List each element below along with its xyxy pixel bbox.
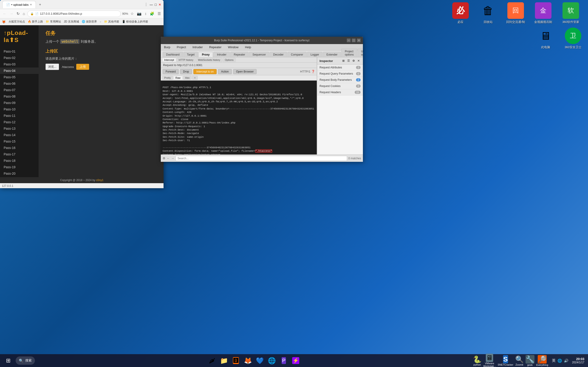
bookmark-security[interactable]: 🌐 攻防世界 bbox=[82, 20, 97, 24]
sidebar-pass11[interactable]: Pass-11 bbox=[0, 112, 39, 119]
forward-btn[interactable]: → bbox=[9, 11, 14, 16]
sync-btn[interactable]: ↕ bbox=[144, 11, 147, 16]
tab-comparer[interactable]: Comparer bbox=[288, 52, 307, 57]
upload-submit-btn[interactable]: 上传 bbox=[76, 64, 89, 70]
cookies-header[interactable]: Request Cookies 0 bbox=[317, 83, 363, 89]
sidebar-pass02[interactable]: Pass-02 bbox=[0, 55, 39, 61]
home-btn[interactable]: ⌂ bbox=[22, 11, 26, 16]
bookmark-new[interactable]: 🔥 新手上路 bbox=[28, 20, 43, 24]
sidebar-pass19[interactable]: Pass-19 bbox=[0, 164, 39, 170]
taskbar-app-burpext[interactable]: ⚡ bbox=[290, 356, 301, 366]
tab-logger[interactable]: Logger bbox=[307, 52, 323, 57]
bookmark-huli[interactable]: 火狐官方站点 bbox=[9, 20, 25, 24]
bookmark-mobile[interactable]: 📱 移动设备上的书签 bbox=[122, 20, 148, 24]
menu-window[interactable]: Window bbox=[226, 45, 240, 49]
tab-sequencer[interactable]: Sequencer bbox=[249, 52, 269, 57]
taskbar-search-bar[interactable]: 🔍 搜索 bbox=[16, 357, 35, 365]
forward-btn[interactable]: Forward bbox=[163, 69, 179, 74]
burp-close-btn[interactable]: ✕ bbox=[357, 39, 361, 42]
inspector-grid-icon[interactable]: ⊞ bbox=[341, 59, 345, 63]
browser-close-btn[interactable]: ✕ bbox=[159, 2, 161, 7]
desktop-icon-video[interactable]: 金 金视频视讯制 bbox=[533, 2, 554, 24]
desktop-icon-recycle[interactable]: 🗑 回收站 bbox=[478, 2, 498, 24]
burp-maximize-btn[interactable]: □ bbox=[352, 39, 356, 42]
tray-everything[interactable]: 🔎 Everything bbox=[536, 355, 548, 366]
inspector-settings-icon[interactable]: ⚙ bbox=[351, 59, 356, 63]
burp-minimize-btn[interactable]: ─ bbox=[347, 39, 350, 42]
taskbar-app-file-explorer[interactable]: 📁 bbox=[219, 356, 229, 366]
action-btn[interactable]: Action bbox=[218, 69, 231, 74]
view-tab-hex[interactable]: Hex bbox=[183, 76, 192, 80]
tab-dashboard[interactable]: Dashboard bbox=[163, 52, 183, 57]
reload-btn[interactable]: ↻ bbox=[16, 11, 20, 16]
sidebar-pass18[interactable]: Pass-18 bbox=[0, 158, 39, 164]
sidebar-pass17[interactable]: Pass-17 bbox=[0, 151, 39, 158]
tab-project-options[interactable]: Project options bbox=[341, 49, 357, 57]
taskbar-app-firefox[interactable]: 🦊 bbox=[243, 356, 253, 366]
sidebar-pass12[interactable]: Pass-12 bbox=[0, 119, 39, 125]
sidebar-pass10[interactable]: Pass-10 bbox=[0, 106, 39, 112]
tab-repeater[interactable]: Repeater bbox=[230, 52, 248, 57]
system-clock[interactable]: 20:03 2024/1/17 bbox=[572, 357, 584, 364]
query-params-header[interactable]: Request Query Parameters 0 bbox=[317, 71, 363, 77]
menu-intruder[interactable]: Intruder bbox=[191, 45, 204, 49]
tab-user-options[interactable]: User options bbox=[358, 49, 363, 57]
sidebar-pass07[interactable]: Pass-07 bbox=[0, 87, 39, 93]
tray-snet[interactable]: S SNETCracker bbox=[498, 355, 513, 366]
request-attributes-header[interactable]: Request Attributes 2 bbox=[317, 65, 363, 70]
sidebar-pass13[interactable]: Pass-13 bbox=[0, 125, 39, 132]
author-link[interactable]: c0ny1 bbox=[96, 179, 103, 182]
sidebar-pass16[interactable]: Pass-16 bbox=[0, 145, 39, 151]
tab-extender[interactable]: Extender bbox=[323, 52, 341, 57]
new-tab-btn[interactable]: + bbox=[37, 1, 43, 8]
tray-python[interactable]: 🐍 python bbox=[473, 355, 481, 366]
sidebar-pass05[interactable]: Pass-05 bbox=[0, 74, 39, 80]
extension-btn[interactable]: 🧩 bbox=[149, 11, 155, 16]
address-bar[interactable]: 🔒 📄 127.0.0.1:8081/Pass-04/index.p bbox=[27, 10, 121, 17]
view-tab-raw[interactable]: Raw bbox=[173, 76, 183, 80]
taskbar-app-burp[interactable]: 🅱 bbox=[231, 356, 241, 366]
sidebar-pass03[interactable]: Pass-03 bbox=[0, 61, 39, 67]
browser-maximize-btn[interactable]: □ bbox=[155, 2, 157, 7]
taskbar-app-vscode[interactable]: 💙 bbox=[255, 356, 265, 366]
nav-prev-icon[interactable]: ← bbox=[167, 157, 170, 160]
browser-expand-btn[interactable]: ⋮ bbox=[144, 2, 148, 7]
desktop-icon-360[interactable]: 卫 360安全卫士 bbox=[563, 27, 583, 49]
sidebar-pass20[interactable]: Pass-20 bbox=[0, 170, 39, 177]
menu-btn[interactable]: ☰ bbox=[157, 11, 162, 16]
view-tab-pretty[interactable]: Pretty bbox=[162, 76, 173, 80]
tab-intruder[interactable]: Intruder bbox=[213, 52, 230, 57]
sidebar-pass09[interactable]: Pass-09 bbox=[0, 100, 39, 106]
intercept-btn[interactable]: Intercept is on bbox=[193, 69, 217, 74]
desktop-icon-pc[interactable]: 🖥 此电脑 bbox=[535, 27, 556, 49]
tray-vmware[interactable]: 🖥 VMwareWorkstati... bbox=[483, 354, 496, 367]
proxy-tab-http-history[interactable]: HTTP history bbox=[177, 58, 196, 62]
proxy-tab-intercept[interactable]: Intercept bbox=[162, 58, 176, 62]
desktop-icon-office[interactable]: 软 360软件管家 bbox=[561, 2, 581, 24]
sidebar-pass15[interactable]: Pass-15 bbox=[0, 138, 39, 145]
bookmark-other[interactable]: 📁 其他书签 bbox=[104, 20, 119, 24]
bookmark-jd[interactable]: JD 京东商城 bbox=[64, 20, 79, 24]
desktop-icon-fanyi[interactable]: 回 回到交流通/制 bbox=[505, 2, 526, 24]
tab-proxy[interactable]: Proxy bbox=[198, 52, 213, 57]
drop-btn[interactable]: Drop bbox=[180, 69, 192, 74]
menu-repeater[interactable]: Repeater bbox=[208, 45, 223, 49]
headers-header[interactable]: Request Headers 15 bbox=[317, 89, 363, 95]
screenshot-btn[interactable]: 📷 bbox=[136, 11, 142, 16]
browser-minimize-btn[interactable]: — bbox=[150, 2, 153, 7]
tab-close-btn[interactable]: ✕ bbox=[30, 3, 32, 6]
proxy-tab-options[interactable]: Options bbox=[223, 58, 236, 62]
sidebar-pass01[interactable]: Pass-01 bbox=[0, 48, 39, 55]
tray-zoomit[interactable]: 🔍 Zoomit bbox=[515, 355, 524, 366]
taskbar-app-chrome[interactable]: 🌐 bbox=[267, 356, 277, 366]
bookmark-btn[interactable]: ☆ bbox=[129, 11, 135, 16]
browse-button[interactable]: 浏览... bbox=[45, 64, 59, 70]
start-button[interactable]: ⊞ bbox=[4, 356, 13, 365]
menu-burp[interactable]: Burp bbox=[163, 45, 171, 49]
view-tab-render[interactable]: = bbox=[192, 76, 197, 80]
sidebar-pass14[interactable]: Pass-14 bbox=[0, 132, 39, 138]
proxy-tab-ws-history[interactable]: WebSockets history bbox=[196, 58, 222, 62]
taskbar-app-clipboard[interactable]: P bbox=[279, 356, 289, 366]
inspector-close-icon[interactable]: ✕ bbox=[357, 59, 361, 63]
desktop-icon-bidu[interactable]: 必 必应 bbox=[450, 2, 471, 24]
